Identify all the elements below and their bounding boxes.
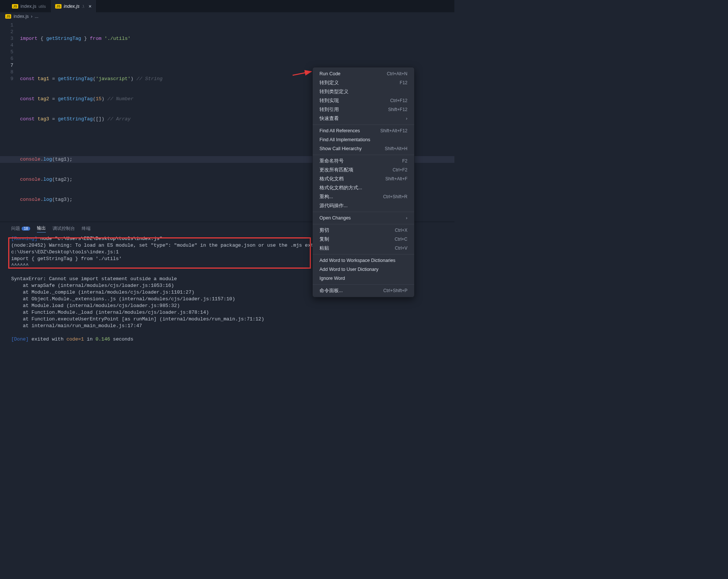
- menu-item[interactable]: 格式化文档Shift+Alt+F: [313, 174, 414, 183]
- menu-separator: [313, 284, 414, 285]
- menu-separator: [313, 254, 414, 254]
- menu-item-shortcut: Ctrl+F2: [393, 167, 407, 173]
- menu-item-label: Run Code: [319, 71, 340, 76]
- menu-item-shortcut: Shift+Alt+H: [385, 146, 407, 151]
- menu-item-label: 转到定义: [319, 80, 339, 86]
- panel-tab-debug[interactable]: 调试控制台: [53, 225, 75, 232]
- menu-item-label: 快速查看: [319, 116, 339, 122]
- menu-item-label: 源代码操作...: [319, 203, 347, 209]
- menu-item-label: 重构...: [319, 194, 333, 200]
- menu-item-label: 格式化文档: [319, 176, 344, 182]
- menu-item[interactable]: 转到引用Shift+F12: [313, 105, 414, 114]
- tab-label: index.js: [64, 4, 79, 9]
- menu-item-label: Ignore Word: [319, 276, 345, 281]
- line-number: 1: [10, 22, 13, 29]
- breadcrumb-file: index.js: [13, 14, 29, 19]
- line-number: 7: [10, 62, 13, 69]
- menu-item-shortcut: Ctrl+X: [395, 228, 407, 233]
- menu-item[interactable]: 剪切Ctrl+X: [313, 226, 414, 235]
- menu-item-label: 剪切: [319, 227, 329, 234]
- editor-tab-root[interactable]: JS index.js .\ ×: [51, 0, 97, 12]
- chevron-right-icon: ›: [31, 14, 32, 19]
- panel-tab-problems[interactable]: 问题18: [11, 225, 30, 232]
- editor-tab-utils[interactable]: JS index.js utils: [7, 0, 51, 12]
- tab-sublabel: .\: [82, 4, 84, 9]
- menu-item[interactable]: 转到类型定义: [313, 87, 414, 96]
- panel-tab-terminal[interactable]: 终端: [82, 225, 91, 232]
- menu-item-label: 命令面板...: [319, 288, 343, 294]
- line-number: 4: [10, 42, 13, 49]
- menu-item[interactable]: Add Word to Workspace Dictionaries: [313, 256, 414, 265]
- menu-item-shortcut: F2: [402, 158, 407, 164]
- menu-item-label: Show Call Hierarchy: [319, 146, 362, 151]
- line-number: 3: [10, 35, 13, 42]
- menu-item-label: 更改所有匹配项: [319, 167, 353, 173]
- menu-item[interactable]: 格式化文档的方式...: [313, 183, 414, 192]
- editor-tab-bar: JS index.js utils JS index.js .\ ×: [0, 0, 454, 12]
- menu-item-label: Add Word to Workspace Dictionaries: [319, 258, 395, 263]
- breadcrumb[interactable]: JS index.js › ...: [0, 12, 454, 20]
- menu-item-label: Find All Implementations: [319, 137, 370, 142]
- tab-label: index.js: [21, 4, 36, 9]
- menu-item-shortcut: Ctrl+Alt+N: [387, 71, 407, 76]
- menu-item-shortcut: Shift+F12: [388, 107, 407, 112]
- js-icon: JS: [12, 4, 18, 9]
- menu-item-label: 复制: [319, 236, 329, 243]
- menu-item-shortcut: Ctrl+V: [395, 246, 407, 251]
- js-icon: JS: [5, 14, 11, 19]
- menu-item-label: 重命名符号: [319, 158, 344, 164]
- menu-item[interactable]: Find All Implementations: [313, 135, 414, 144]
- menu-item-label: 转到实现: [319, 98, 339, 104]
- menu-item[interactable]: 重命名符号F2: [313, 156, 414, 165]
- menu-item-shortcut: Ctrl+F12: [390, 98, 407, 103]
- problems-badge: 18: [22, 227, 30, 231]
- breadcrumb-dots: ...: [35, 14, 38, 19]
- menu-separator: [313, 155, 414, 155]
- menu-item[interactable]: 快速查看›: [313, 114, 414, 123]
- line-number: 9: [10, 76, 13, 82]
- menu-item-shortcut: Ctrl+C: [395, 237, 407, 242]
- menu-item[interactable]: Run CodeCtrl+Alt+N: [313, 69, 414, 78]
- js-icon: JS: [55, 4, 62, 9]
- menu-item-shortcut: Shift+Alt+F12: [380, 128, 407, 133]
- chevron-right-icon: ›: [406, 116, 407, 121]
- tab-sublabel: utils: [38, 4, 46, 9]
- line-gutter: 1 2 3 4 5 6 7 8 9: [0, 22, 20, 216]
- context-menu: Run CodeCtrl+Alt+N转到定义F12转到类型定义转到实现Ctrl+…: [312, 67, 415, 297]
- menu-item-shortcut: F12: [400, 80, 407, 85]
- menu-item[interactable]: 命令面板...Ctrl+Shift+P: [313, 286, 414, 295]
- menu-item-shortcut: Ctrl+Shift+P: [383, 288, 407, 293]
- menu-item-shortcut: Shift+Alt+F: [385, 176, 407, 181]
- menu-item[interactable]: Ignore Word: [313, 274, 414, 283]
- menu-item[interactable]: Show Call HierarchyShift+Alt+H: [313, 144, 414, 153]
- menu-item[interactable]: 转到实现Ctrl+F12: [313, 96, 414, 105]
- menu-item[interactable]: 源代码操作...: [313, 201, 414, 210]
- menu-item[interactable]: Find All ReferencesShift+Alt+F12: [313, 126, 414, 135]
- menu-item[interactable]: Add Word to User Dictionary: [313, 265, 414, 274]
- menu-item-label: Open Changes: [319, 215, 351, 221]
- menu-item-label: 格式化文档的方式...: [319, 185, 362, 191]
- menu-item[interactable]: 更改所有匹配项Ctrl+F2: [313, 165, 414, 174]
- menu-item[interactable]: 转到定义F12: [313, 78, 414, 87]
- line-number: 6: [10, 56, 13, 62]
- menu-item-label: 粘贴: [319, 245, 329, 251]
- menu-item[interactable]: 复制Ctrl+C: [313, 235, 414, 244]
- menu-item[interactable]: Open Changes›: [313, 213, 414, 222]
- menu-item[interactable]: 粘贴Ctrl+V: [313, 244, 414, 253]
- chevron-right-icon: ›: [406, 215, 407, 221]
- close-icon[interactable]: ×: [89, 3, 92, 9]
- menu-item-label: Find All References: [319, 128, 360, 133]
- line-number: 5: [10, 49, 13, 56]
- menu-separator: [313, 124, 414, 125]
- menu-item-label: 转到引用: [319, 107, 339, 113]
- panel-tab-output[interactable]: 输出: [37, 224, 46, 232]
- menu-item[interactable]: 重构...Ctrl+Shift+R: [313, 192, 414, 201]
- line-number: 2: [10, 29, 13, 35]
- menu-separator: [313, 212, 414, 212]
- menu-item-label: 转到类型定义: [319, 89, 349, 95]
- line-number: 8: [10, 69, 13, 76]
- menu-item-shortcut: Ctrl+Shift+R: [383, 194, 407, 199]
- menu-item-label: Add Word to User Dictionary: [319, 267, 378, 272]
- menu-separator: [313, 224, 414, 224]
